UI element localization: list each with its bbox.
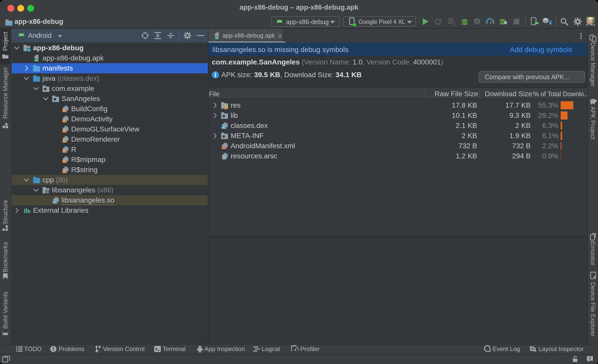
- svg-text:S: S: [63, 170, 65, 173]
- svg-text:S: S: [63, 140, 65, 143]
- svg-text:S: S: [63, 160, 65, 163]
- svg-text:S: S: [63, 119, 65, 122]
- svg-text:S: S: [63, 150, 65, 153]
- svg-text:S: S: [63, 109, 65, 112]
- svg-text:S: S: [63, 129, 65, 133]
- svg-text:A: A: [437, 22, 440, 25]
- svg-text:?: ?: [225, 156, 227, 160]
- svg-text:<>: <>: [222, 146, 225, 149]
- svg-text:01: 01: [222, 126, 225, 129]
- svg-text:01: 01: [53, 201, 56, 204]
